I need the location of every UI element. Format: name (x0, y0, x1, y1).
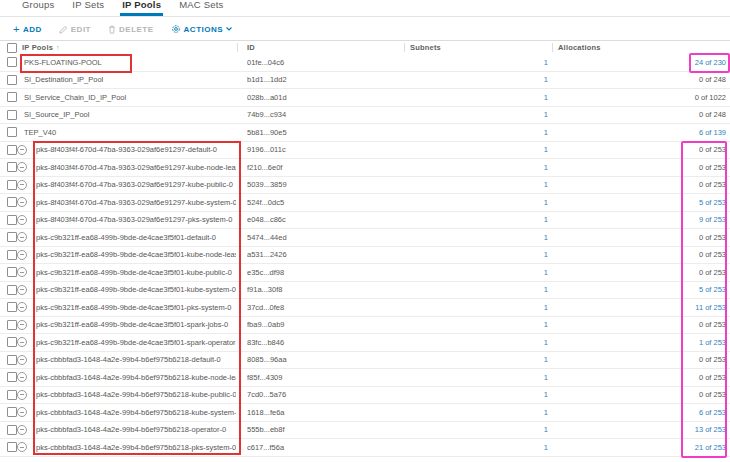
table-row[interactable]: pks-cbbbfad3-1648-4a2e-99b4-b6ef975b6218… (0, 387, 730, 405)
row-subnets-link[interactable]: 1 (404, 422, 548, 439)
row-pool-name[interactable]: pks-c9b321ff-ea68-499b-9bde-de4cae3f5f01… (36, 282, 236, 299)
row-checkbox[interactable] (7, 267, 17, 277)
row-allocations[interactable]: 0 of 253 (552, 352, 726, 369)
row-pool-name[interactable]: SI_Source_IP_Pool (24, 107, 236, 124)
row-checkbox[interactable] (7, 215, 17, 225)
row-pool-name[interactable]: pks-cbbbfad3-1648-4a2e-99b4-b6ef975b6218… (36, 439, 236, 456)
row-subnets-link[interactable]: 1 (404, 124, 548, 141)
row-pool-name[interactable]: pks-cbbbfad3-1648-4a2e-99b4-b6ef975b6218… (36, 387, 236, 404)
row-pool-name[interactable]: SI_Service_Chain_ID_IP_Pool (24, 89, 236, 106)
column-header-allocations[interactable]: Allocations (558, 41, 601, 54)
row-allocations[interactable]: 6 of 139 (552, 124, 726, 141)
tab-ip-pools[interactable]: IP Pools (120, 0, 163, 16)
row-pool-name[interactable]: PKS-FLOATING-POOL (24, 54, 236, 71)
select-all-checkbox[interactable] (7, 43, 17, 53)
row-allocations[interactable]: 0 of 253 (552, 247, 726, 264)
row-subnets-link[interactable]: 1 (404, 247, 548, 264)
table-row[interactable]: pks-c9b321ff-ea68-499b-9bde-de4cae3f5f01… (0, 317, 730, 335)
row-pool-name[interactable]: pks-cbbbfad3-1648-4a2e-99b4-b6ef975b6218… (36, 404, 236, 421)
row-checkbox[interactable] (7, 302, 17, 312)
row-subnets-link[interactable]: 1 (404, 264, 548, 281)
row-subnets-link[interactable]: 1 (404, 299, 548, 316)
row-allocations[interactable]: 0 of 253 (552, 317, 726, 334)
row-checkbox[interactable] (7, 57, 17, 67)
row-checkbox[interactable] (7, 180, 17, 190)
row-pool-name[interactable]: SI_Destination_IP_Pool (24, 72, 236, 89)
row-checkbox[interactable] (7, 407, 17, 417)
row-pool-name[interactable]: pks-8f403f4f-670d-47ba-9363-029af6e91297… (36, 177, 236, 194)
table-row[interactable]: pks-c9b321ff-ea68-499b-9bde-de4cae3f5f01… (0, 299, 730, 317)
row-pool-name[interactable]: TEP_V40 (24, 124, 236, 141)
row-subnets-link[interactable]: 1 (404, 229, 548, 246)
row-subnets-link[interactable]: 1 (404, 177, 548, 194)
row-checkbox[interactable] (7, 92, 17, 102)
tab-mac-sets[interactable]: MAC Sets (177, 0, 225, 16)
row-pool-name[interactable]: pks-c9b321ff-ea68-499b-9bde-de4cae3f5f01… (36, 299, 236, 316)
row-checkbox[interactable] (7, 337, 17, 347)
add-button[interactable]: + ADD (13, 25, 42, 34)
table-row[interactable]: pks-8f403f4f-670d-47ba-9363-029af6e91297… (0, 142, 730, 160)
row-checkbox[interactable] (7, 250, 17, 260)
row-checkbox[interactable] (7, 285, 17, 295)
row-pool-name[interactable]: pks-cbbbfad3-1648-4a2e-99b4-b6ef975b6218… (36, 369, 236, 386)
table-row[interactable]: pks-8f403f4f-670d-47ba-9363-029af6e91297… (0, 159, 730, 177)
row-checkbox[interactable] (7, 197, 17, 207)
row-pool-name[interactable]: pks-c9b321ff-ea68-499b-9bde-de4cae3f5f01… (36, 334, 236, 351)
tab-ip-sets[interactable]: IP Sets (70, 0, 106, 16)
table-row[interactable]: pks-cbbbfad3-1648-4a2e-99b4-b6ef975b6218… (0, 369, 730, 387)
column-header-subnets[interactable]: Subnets (410, 41, 441, 54)
row-allocations[interactable]: 9 of 253 (552, 212, 726, 229)
row-pool-name[interactable]: pks-c9b321ff-ea68-499b-9bde-de4cae3f5f01… (36, 229, 236, 246)
row-pool-name[interactable]: pks-8f403f4f-670d-47ba-9363-029af6e91297… (36, 212, 236, 229)
row-subnets-link[interactable]: 1 (404, 387, 548, 404)
row-checkbox[interactable] (7, 232, 17, 242)
row-pool-name[interactable]: pks-c9b321ff-ea68-499b-9bde-de4cae3f5f01… (36, 264, 236, 281)
row-subnets-link[interactable]: 1 (404, 317, 548, 334)
table-row[interactable]: PKS-FLOATING-POOL 01fe...04c6 1 24 of 23… (0, 54, 730, 72)
table-row[interactable]: SI_Destination_IP_Pool b1d1...1dd2 1 0 o… (0, 72, 730, 90)
table-row[interactable]: pks-c9b321ff-ea68-499b-9bde-de4cae3f5f01… (0, 264, 730, 282)
row-pool-name[interactable]: pks-cbbbfad3-1648-4a2e-99b4-b6ef975b6218… (36, 422, 236, 439)
row-subnets-link[interactable]: 1 (404, 282, 548, 299)
edit-button[interactable]: EDIT (59, 25, 91, 34)
row-checkbox[interactable] (7, 390, 17, 400)
row-subnets-link[interactable]: 1 (404, 404, 548, 421)
row-subnets-link[interactable]: 1 (404, 212, 548, 229)
row-allocations[interactable]: 0 of 253 (552, 229, 726, 246)
table-row[interactable]: pks-c9b321ff-ea68-499b-9bde-de4cae3f5f01… (0, 247, 730, 265)
actions-menu-button[interactable]: ACTIONS (171, 24, 233, 34)
row-allocations[interactable]: 11 of 253 (552, 299, 726, 316)
row-allocations[interactable]: 0 of 248 (552, 107, 726, 124)
row-allocations[interactable]: 0 of 253 (552, 387, 726, 404)
row-allocations[interactable]: 0 of 253 (552, 142, 726, 159)
table-row[interactable]: SI_Source_IP_Pool 74b9...c934 1 0 of 248 (0, 107, 730, 125)
row-allocations[interactable]: 13 of 253 (552, 422, 726, 439)
row-allocations[interactable]: 5 of 253 (552, 282, 726, 299)
row-pool-name[interactable]: pks-c9b321ff-ea68-499b-9bde-de4cae3f5f01… (36, 247, 236, 264)
row-allocations[interactable]: 6 of 253 (552, 404, 726, 421)
table-row[interactable]: pks-8f403f4f-670d-47ba-9363-029af6e91297… (0, 194, 730, 212)
table-row[interactable]: pks-cbbbfad3-1648-4a2e-99b4-b6ef975b6218… (0, 352, 730, 370)
row-checkbox[interactable] (7, 110, 17, 120)
row-subnets-link[interactable]: 1 (404, 352, 548, 369)
row-allocations[interactable]: 0 of 253 (552, 159, 726, 176)
row-checkbox[interactable] (7, 75, 17, 85)
row-subnets-link[interactable]: 1 (404, 334, 548, 351)
row-pool-name[interactable]: pks-c9b321ff-ea68-499b-9bde-de4cae3f5f01… (36, 317, 236, 334)
row-subnets-link[interactable]: 1 (404, 369, 548, 386)
row-pool-name[interactable]: pks-8f403f4f-670d-47ba-9363-029af6e91297… (36, 194, 236, 211)
column-header-ip-pools[interactable]: IP Pools ↑ (22, 41, 60, 54)
row-allocations[interactable]: 0 of 253 (552, 177, 726, 194)
row-allocations[interactable]: 0 of 248 (552, 72, 726, 89)
row-subnets-link[interactable]: 1 (404, 72, 548, 89)
row-subnets-link[interactable]: 1 (404, 54, 548, 71)
row-allocations[interactable]: 5 of 253 (552, 194, 726, 211)
row-allocations[interactable]: 24 of 230 (552, 54, 726, 71)
row-checkbox[interactable] (7, 145, 17, 155)
table-row[interactable]: pks-8f403f4f-670d-47ba-9363-029af6e91297… (0, 212, 730, 230)
row-pool-name[interactable]: pks-cbbbfad3-1648-4a2e-99b4-b6ef975b6218… (36, 352, 236, 369)
table-row[interactable]: pks-c9b321ff-ea68-499b-9bde-de4cae3f5f01… (0, 229, 730, 247)
row-subnets-link[interactable]: 1 (404, 142, 548, 159)
row-allocations[interactable]: 0 of 1022 (552, 89, 726, 106)
row-allocations[interactable]: 21 of 253 (552, 439, 726, 456)
